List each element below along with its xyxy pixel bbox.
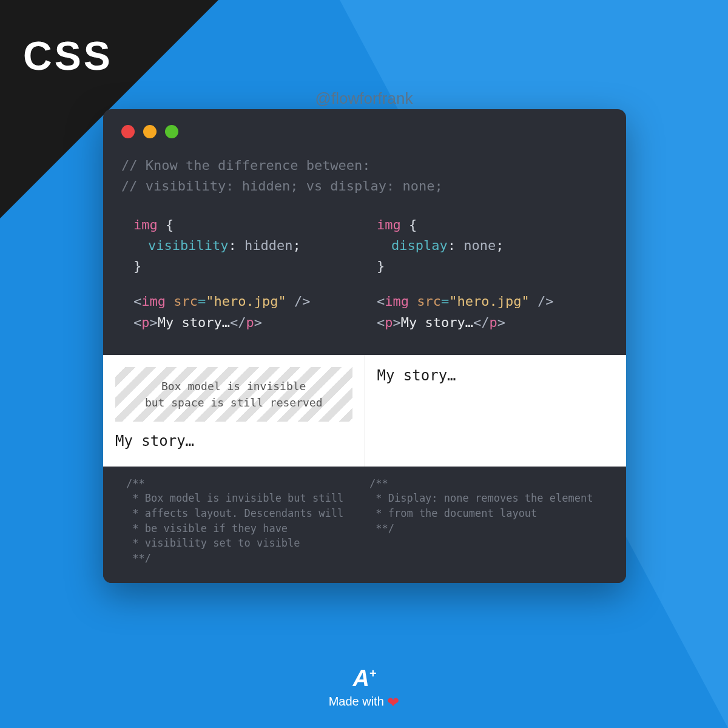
angle-bracket: < bbox=[133, 315, 141, 330]
html-tag-img: img bbox=[141, 294, 166, 309]
corner-label: CSS bbox=[23, 33, 113, 79]
css-property: visibility bbox=[148, 238, 228, 253]
tag-self-close: /> bbox=[286, 294, 311, 309]
made-with-label: Made with ❤ bbox=[329, 694, 400, 711]
css-selector: img bbox=[133, 217, 158, 232]
angle-bracket: < bbox=[133, 294, 141, 309]
colon: : bbox=[448, 238, 456, 253]
html-tag-img: img bbox=[385, 294, 409, 309]
brace-close: } bbox=[133, 258, 141, 274]
author-handle: @flowforfrank bbox=[315, 89, 413, 108]
intro-comments: // Know the difference between: // visib… bbox=[103, 143, 626, 197]
comment-line-2: // visibility: hidden; vs display: none; bbox=[121, 176, 608, 197]
preview-visibility: Box model is invisible but space is stil… bbox=[103, 355, 365, 467]
html-text: My story… bbox=[401, 315, 473, 330]
angle-close: > bbox=[254, 315, 262, 330]
brace-open: { bbox=[166, 217, 174, 232]
angle-close: > bbox=[150, 315, 158, 330]
logo: A+ bbox=[329, 666, 400, 692]
window-titlebar bbox=[103, 109, 626, 143]
note-display: /** * Display: none removes the element … bbox=[365, 476, 608, 566]
css-value: none bbox=[463, 238, 496, 253]
html-string: "hero.jpg" bbox=[449, 294, 529, 309]
close-icon bbox=[121, 125, 135, 138]
close-angle: </ bbox=[230, 315, 246, 330]
angle-bracket: < bbox=[377, 315, 385, 330]
logo-plus: + bbox=[369, 667, 376, 680]
box-model-line-2: but space is still reserved bbox=[130, 394, 338, 411]
angle-close: > bbox=[497, 315, 505, 330]
footer: A+ Made with ❤ bbox=[329, 666, 400, 711]
angle-close: > bbox=[393, 315, 401, 330]
colon: : bbox=[228, 238, 236, 253]
story-text-left: My story… bbox=[115, 433, 352, 450]
note-visibility: /** * Box model is invisible but still *… bbox=[121, 476, 365, 566]
css-property: display bbox=[391, 238, 448, 253]
logo-letter: A bbox=[352, 666, 368, 691]
box-model-line-1: Box model is invisible bbox=[130, 378, 338, 394]
semicolon: ; bbox=[292, 238, 300, 253]
notes-row: /** * Box model is invisible but still *… bbox=[103, 467, 626, 583]
equals: = bbox=[441, 294, 449, 309]
html-attr-src: src bbox=[174, 294, 198, 309]
html-tag-p-close: p bbox=[489, 315, 497, 330]
box-model-placeholder: Box model is invisible but space is stil… bbox=[115, 367, 352, 422]
preview-row: Box model is invisible but space is stil… bbox=[103, 355, 626, 467]
brace-close: } bbox=[377, 258, 385, 274]
story-text-right: My story… bbox=[377, 367, 615, 384]
minimize-icon bbox=[143, 125, 157, 138]
html-tag-p-close: p bbox=[246, 315, 254, 330]
semicolon: ; bbox=[496, 238, 504, 253]
heart-icon: ❤ bbox=[387, 694, 399, 710]
code-columns: img { visibility: hidden; } <img src="he… bbox=[103, 197, 626, 354]
html-attr-src: src bbox=[417, 294, 441, 309]
comment-line-1: // Know the difference between: bbox=[121, 155, 608, 176]
css-selector: img bbox=[377, 217, 401, 232]
html-text: My story… bbox=[158, 315, 230, 330]
tag-self-close: /> bbox=[530, 294, 554, 309]
brace-open: { bbox=[409, 217, 417, 232]
html-tag-p: p bbox=[385, 315, 393, 330]
css-value: hidden bbox=[244, 238, 292, 253]
maximize-icon bbox=[165, 125, 178, 138]
preview-display: My story… bbox=[365, 355, 627, 467]
made-with-text: Made with bbox=[329, 695, 388, 708]
code-editor-window: // Know the difference between: // visib… bbox=[103, 109, 626, 583]
html-string: "hero.jpg" bbox=[206, 294, 286, 309]
html-tag-p: p bbox=[141, 315, 149, 330]
code-column-display: img { display: none; } <img src="hero.jp… bbox=[365, 215, 608, 332]
equals: = bbox=[198, 294, 206, 309]
code-column-visibility: img { visibility: hidden; } <img src="he… bbox=[121, 215, 365, 332]
angle-bracket: < bbox=[377, 294, 385, 309]
close-angle: </ bbox=[473, 315, 490, 330]
